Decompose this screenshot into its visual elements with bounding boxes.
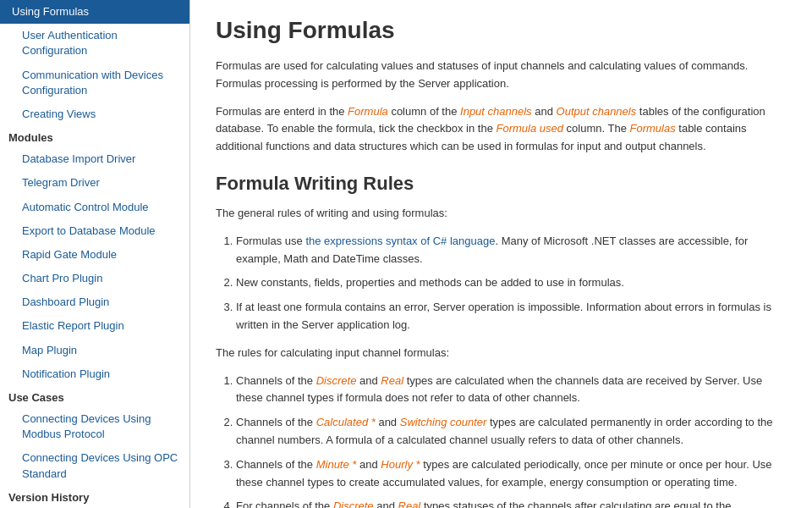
formula-link[interactable]: Formula xyxy=(348,105,388,118)
input-rule-2: Channels of the Calculated * and Switchi… xyxy=(236,414,787,450)
sidebar-item-modules: Modules xyxy=(0,126,189,147)
sidebar-item-label: Notification Plugin xyxy=(22,367,110,380)
sidebar-item-rapid-gate[interactable]: Rapid Gate Module xyxy=(0,243,189,267)
writing-rules-list: Formulas use the expressions syntax of C… xyxy=(236,233,787,334)
intro2-mid4: column. The xyxy=(563,122,630,135)
sidebar-item-comm-devices[interactable]: Communication with Devices Configuration xyxy=(0,64,189,102)
sidebar-item-label: Dashboard Plugin xyxy=(22,295,109,308)
input-rule-4: For channels of the Discrete and Real ty… xyxy=(236,498,787,508)
sidebar-item-auto-control[interactable]: Automatic Control Module xyxy=(0,196,189,219)
sidebar-item-label: Connecting Devices Using Modbus Protocol xyxy=(22,412,151,440)
main-content: Using Formulas Formulas are used for cal… xyxy=(190,0,812,508)
sidebar-item-notification[interactable]: Notification Plugin xyxy=(0,362,189,386)
switching-counter-link[interactable]: Switching counter xyxy=(400,416,487,428)
sidebar: Using FormulasUser Authentication Config… xyxy=(0,0,190,508)
intro-paragraph-2: Formulas are enterd in the Formula colum… xyxy=(216,103,787,156)
real-link-1[interactable]: Real xyxy=(381,374,403,387)
discrete-link-2[interactable]: Discrete xyxy=(333,500,374,508)
sidebar-item-label: Elastic Report Plugin xyxy=(22,319,124,332)
sidebar-item-telegram[interactable]: Telegram Driver xyxy=(0,171,189,195)
sidebar-item-connecting-opc[interactable]: Connecting Devices Using OPC Standard xyxy=(0,446,189,485)
input-channel-rules-list: Channels of the Discrete and Real types … xyxy=(236,373,787,508)
sidebar-item-using-formulas[interactable]: Using Formulas xyxy=(0,0,189,24)
input-channels-link[interactable]: Input channels xyxy=(460,105,532,118)
sidebar-item-label: Communication with Devices Configuration xyxy=(22,69,163,97)
rule1-before: Formulas use xyxy=(236,235,305,247)
sidebar-item-label: Rapid Gate Module xyxy=(22,248,117,261)
sidebar-item-export-db[interactable]: Export to Database Module xyxy=(0,219,189,243)
sidebar-item-label: Version History xyxy=(8,491,89,504)
formula-used-link[interactable]: Formula used xyxy=(496,122,562,135)
intro2-mid1: column of the xyxy=(388,105,460,118)
minute-link[interactable]: Minute * xyxy=(316,458,357,471)
sidebar-item-label: Map Plugin xyxy=(22,344,77,356)
intro2-before: Formulas are enterd in the xyxy=(216,105,348,118)
sidebar-item-use-cases: Use Cases xyxy=(0,386,189,407)
sidebar-item-db-import[interactable]: Database Import Driver xyxy=(0,147,189,171)
intro-paragraph-1: Formulas are used for calculating values… xyxy=(216,58,787,93)
writing-rule-2: New constants, fields, properties and me… xyxy=(236,274,787,292)
sidebar-item-label: Export to Database Module xyxy=(22,224,156,237)
page-title: Using Formulas xyxy=(216,17,787,44)
discrete-link-1[interactable]: Discrete xyxy=(316,374,357,387)
intro2-mid2: and xyxy=(532,105,557,118)
sidebar-item-dashboard[interactable]: Dashboard Plugin xyxy=(0,290,189,314)
calculated-link[interactable]: Calculated * xyxy=(316,416,376,428)
output-channels-link[interactable]: Output channels xyxy=(557,105,637,118)
input-rule-1: Channels of the Discrete and Real types … xyxy=(236,373,787,408)
sidebar-item-label: Modules xyxy=(8,131,53,144)
sidebar-item-label: User Authentication Configuration xyxy=(22,29,118,57)
sidebar-item-creating-views[interactable]: Creating Views xyxy=(0,102,189,126)
sidebar-item-user-auth[interactable]: User Authentication Configuration xyxy=(0,24,189,63)
csharp-syntax-link[interactable]: the expressions syntax of C# language xyxy=(305,235,495,247)
sidebar-item-label: Using Formulas xyxy=(12,5,89,18)
hourly-link[interactable]: Hourly * xyxy=(381,458,420,471)
sidebar-item-label: Chart Pro Plugin xyxy=(22,272,102,284)
sidebar-item-elastic[interactable]: Elastic Report Plugin xyxy=(0,314,189,338)
sidebar-item-chart-pro[interactable]: Chart Pro Plugin xyxy=(0,267,189,290)
sidebar-item-label: Creating Views xyxy=(22,108,96,120)
sidebar-item-label: Database Import Driver xyxy=(22,152,135,165)
section2-title: Formula Writing Rules xyxy=(216,173,787,195)
sidebar-item-version-history: Version History xyxy=(0,486,189,507)
writing-rule-1: Formulas use the expressions syntax of C… xyxy=(236,233,787,268)
real-link-2[interactable]: Real xyxy=(398,500,421,508)
formulas-table-link[interactable]: Formulas xyxy=(629,122,675,135)
input-channel-intro: The rules for calculating input channel … xyxy=(216,345,787,362)
general-rules-intro: The general rules of writing and using f… xyxy=(216,205,787,223)
sidebar-item-label: Automatic Control Module xyxy=(22,201,149,213)
sidebar-item-map[interactable]: Map Plugin xyxy=(0,339,189,362)
sidebar-item-label: Connecting Devices Using OPC Standard xyxy=(22,451,178,479)
sidebar-item-connecting-modbus[interactable]: Connecting Devices Using Modbus Protocol xyxy=(0,407,189,446)
writing-rule-3: If at least one formula contains an erro… xyxy=(236,299,787,334)
input-rule-3: Channels of the Minute * and Hourly * ty… xyxy=(236,456,787,492)
sidebar-item-label: Use Cases xyxy=(8,391,64,404)
sidebar-item-label: Telegram Driver xyxy=(22,176,100,189)
